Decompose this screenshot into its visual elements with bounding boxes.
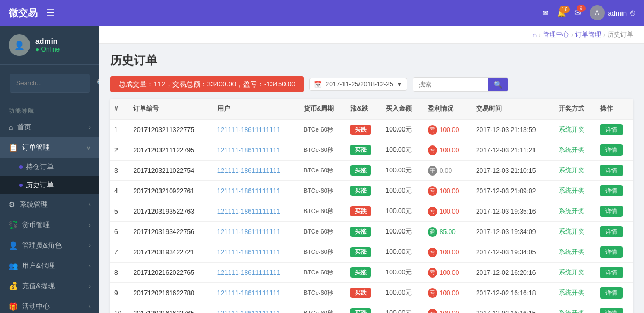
cell-time: 2017-12-03 19:34:05 xyxy=(472,242,554,263)
nav-item-left-orders: 📋 订单管理 xyxy=(9,143,50,152)
method-label: 系统开奖 xyxy=(559,187,584,194)
profit-badge: 亏 100.00 xyxy=(428,207,459,216)
profit-icon: 亏 xyxy=(428,207,437,216)
sidebar-item-home[interactable]: ⌂ 首页 › xyxy=(0,117,99,137)
mail-icon-btn[interactable]: ✉ xyxy=(543,9,548,17)
sidebar-item-admin-roles[interactable]: 👤 管理员&角色 › xyxy=(0,235,99,256)
message-icon-btn[interactable]: ✉ 9 xyxy=(574,8,581,18)
nav-item-left-admin: 👤 管理员&角色 xyxy=(9,241,62,250)
cell-method: 系统开奖 xyxy=(554,283,596,303)
cell-action: 详情 xyxy=(596,222,633,242)
user-link[interactable]: 121111-18611111111 xyxy=(217,167,280,174)
cell-time: 2017-12-03 19:35:16 xyxy=(472,201,554,222)
sidebar-sublabel-open-orders: 持仓订单 xyxy=(26,162,54,172)
cell-num: 2 xyxy=(110,140,129,161)
cell-time: 2017-12-02 16:20:16 xyxy=(472,263,554,283)
profit-badge: 亏 100.00 xyxy=(428,248,459,257)
cell-currency: BTCe-60秒 xyxy=(299,181,347,201)
detail-button[interactable]: 详情 xyxy=(600,226,623,237)
user-link[interactable]: 121111-18611111111 xyxy=(217,289,280,297)
cell-amount: 100.00元 xyxy=(382,119,423,140)
currency-period-badge: BTCe-60秒 xyxy=(304,289,333,296)
direction-badge: 买涨 xyxy=(350,247,371,257)
table-row: 4 20171203210922761 121111-18611111111 B… xyxy=(110,181,633,201)
table-search-input[interactable] xyxy=(413,78,488,91)
user-link[interactable]: 121111-18611111111 xyxy=(217,147,280,154)
cell-action: 详情 xyxy=(596,181,633,201)
sidebar-item-users[interactable]: 👥 用户&代理 › xyxy=(0,256,99,276)
profit-icon: 平 xyxy=(428,166,437,176)
cell-profit: 亏 100.00 xyxy=(423,181,472,201)
cell-action: 详情 xyxy=(596,242,633,263)
user-link[interactable]: 121111-18611111111 xyxy=(217,249,280,256)
sidebar-search-box: 🔍 xyxy=(10,74,90,93)
user-link[interactable]: 121111-18611111111 xyxy=(217,228,280,236)
cell-order-id: 20171203211022754 xyxy=(129,161,213,181)
cell-num: 7 xyxy=(110,242,129,263)
user-link[interactable]: 121111-18611111111 xyxy=(217,310,280,314)
col-action: 操作 xyxy=(596,99,633,119)
sidebar-item-orders[interactable]: 📋 订单管理 ∨ xyxy=(0,137,99,158)
table-row: 8 20171202162022765 121111-18611111111 B… xyxy=(110,263,633,283)
currency-period-badge: BTCe-60秒 xyxy=(304,228,333,235)
user-link[interactable]: 121111-18611111111 xyxy=(217,269,280,276)
search-input[interactable] xyxy=(16,79,97,87)
cell-amount: 100.00元 xyxy=(382,303,423,314)
detail-button[interactable]: 详情 xyxy=(600,165,623,176)
logout-icon[interactable]: ⎋ xyxy=(630,8,635,18)
breadcrumb-sep2: › xyxy=(571,31,573,39)
cell-num: 10 xyxy=(110,303,129,314)
hamburger-icon[interactable]: ☰ xyxy=(46,7,55,19)
breadcrumb-current: 历史订单 xyxy=(608,30,633,39)
cell-action: 详情 xyxy=(596,303,633,314)
avatar: A xyxy=(590,5,605,20)
cell-time: 2017-12-02 16:16:15 xyxy=(472,303,554,314)
cell-user: 121111-18611111111 xyxy=(213,242,299,263)
cell-direction: 买跌 xyxy=(346,119,381,140)
sidebar-item-finance[interactable]: 💰 充值&提现 › xyxy=(0,276,99,296)
detail-button[interactable]: 详情 xyxy=(600,308,623,313)
sidebar-avatar: 👤 xyxy=(9,34,30,56)
detail-button[interactable]: 详情 xyxy=(600,287,623,299)
cell-order-id: 20171202162022765 xyxy=(129,263,213,283)
date-range-picker[interactable]: 📅 2017-11-25/2018-12-25 ▼ xyxy=(309,78,407,91)
bell-icon-btn[interactable]: 🔔 16 xyxy=(557,9,566,17)
user-menu[interactable]: A admin ⎋ xyxy=(590,5,635,20)
detail-button[interactable]: 详情 xyxy=(600,206,623,217)
cell-method: 系统开奖 xyxy=(554,303,596,314)
sidebar-label-orders: 订单管理 xyxy=(22,143,50,152)
sidebar-subitem-history-orders[interactable]: 历史订单 xyxy=(0,176,99,194)
cell-num: 5 xyxy=(110,201,129,222)
breadcrumb-sep3: › xyxy=(603,31,605,39)
user-link[interactable]: 121111-18611111111 xyxy=(217,187,280,195)
detail-button[interactable]: 详情 xyxy=(600,267,623,278)
direction-badge: 买涨 xyxy=(350,267,371,278)
sidebar-label-currency: 货币管理 xyxy=(22,220,50,230)
detail-button[interactable]: 详情 xyxy=(600,185,623,196)
cell-direction: 买涨 xyxy=(346,222,381,242)
users-icon: 👥 xyxy=(9,261,18,270)
sidebar-item-currency[interactable]: 💱 货币管理 › xyxy=(0,215,99,235)
table-row: 10 20171202161622765 121111-18611111111 … xyxy=(110,303,633,314)
method-label: 系统开奖 xyxy=(559,207,584,215)
profit-badge: 亏 100.00 xyxy=(428,268,459,278)
sidebar-item-activity[interactable]: 🎁 活动中心 › xyxy=(0,296,99,313)
detail-button[interactable]: 详情 xyxy=(600,124,623,135)
sidebar-subitem-open-orders[interactable]: 持仓订单 xyxy=(0,158,99,176)
cell-user: 121111-18611111111 xyxy=(213,161,299,181)
table-row: 1 20171203211322775 121111-18611111111 B… xyxy=(110,119,633,140)
table-search-button[interactable]: 🔍 xyxy=(488,78,508,91)
detail-button[interactable]: 详情 xyxy=(600,246,623,258)
nav-item-left-system: ⚙ 系统管理 xyxy=(9,200,48,209)
cell-order-id: 20171203193422756 xyxy=(129,222,213,242)
user-link[interactable]: 121111-18611111111 xyxy=(217,126,280,134)
breadcrumb-order-management[interactable]: 订单管理 xyxy=(575,30,601,39)
user-link[interactable]: 121111-18611111111 xyxy=(217,208,280,215)
admin-icon: 👤 xyxy=(9,241,18,250)
breadcrumb-admin-center[interactable]: 管理中心 xyxy=(543,30,569,39)
sidebar-item-system[interactable]: ⚙ 系统管理 › xyxy=(0,194,99,215)
cell-method: 系统开奖 xyxy=(554,263,596,283)
detail-button[interactable]: 详情 xyxy=(600,144,623,156)
cell-direction: 买跌 xyxy=(346,283,381,303)
currency-period-badge: BTCe-60秒 xyxy=(304,187,333,194)
